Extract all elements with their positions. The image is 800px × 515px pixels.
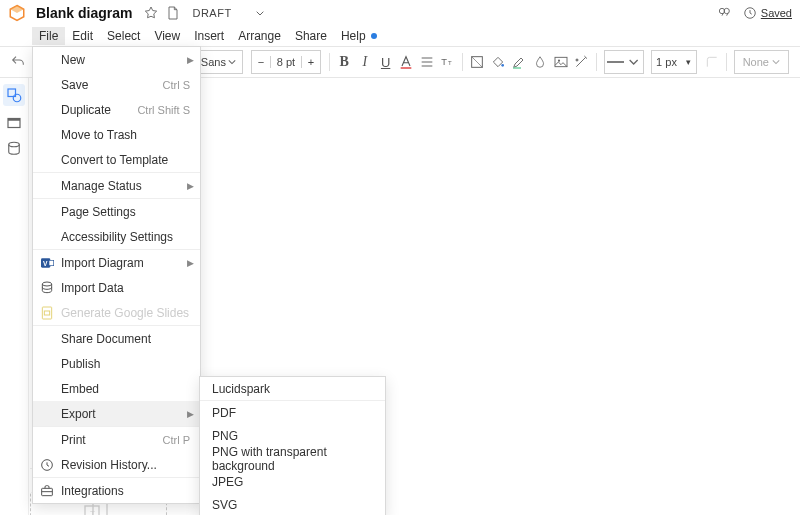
find-icon[interactable]: [716, 5, 732, 21]
file-menu-accessibility-settings[interactable]: Accessibility Settings: [33, 224, 200, 249]
saved-label: Saved: [761, 7, 792, 19]
menu-item-label: Print: [61, 433, 163, 447]
menu-file[interactable]: File: [32, 27, 65, 45]
file-menu-convert-to-template[interactable]: Convert to Template: [33, 147, 200, 172]
divider: [726, 53, 727, 71]
file-menu-duplicate[interactable]: DuplicateCtrl Shift S: [33, 97, 200, 122]
menu-item-label: Import Data: [61, 281, 190, 295]
menu-item-label: Publish: [61, 357, 190, 371]
svg-rect-5: [401, 67, 412, 68]
submenu-arrow-icon: ▶: [187, 55, 194, 65]
menu-item-label: Embed: [61, 382, 190, 396]
submenu-arrow-icon: ▶: [187, 409, 194, 419]
menu-item-label: Save: [61, 78, 163, 92]
font-size-value[interactable]: 8 pt: [270, 56, 302, 68]
menu-select[interactable]: Select: [100, 27, 147, 45]
shapes-panel-icon[interactable]: [3, 84, 25, 106]
file-menu-publish[interactable]: Publish: [33, 351, 200, 376]
menu-item-label: Import Diagram: [61, 256, 190, 270]
svg-rect-17: [8, 119, 20, 121]
file-menu-export[interactable]: Export▶: [33, 401, 200, 426]
align-icon[interactable]: [417, 50, 438, 74]
svg-text:T: T: [90, 509, 95, 515]
export-pdf[interactable]: PDF: [200, 401, 385, 424]
svg-rect-21: [49, 260, 54, 265]
visio-icon: V: [39, 255, 55, 271]
increase-size-button[interactable]: +: [302, 56, 320, 68]
corner-icon[interactable]: [701, 50, 722, 74]
file-menu-new[interactable]: New▶: [33, 47, 200, 72]
line-style-select[interactable]: [604, 50, 645, 74]
menu-arrange[interactable]: Arrange: [231, 27, 288, 45]
briefcase-icon: [39, 483, 55, 499]
svg-text:T: T: [441, 57, 447, 67]
file-menu-print[interactable]: PrintCtrl P: [33, 426, 200, 452]
line-weight-value[interactable]: 1 px: [652, 56, 681, 68]
underline-icon[interactable]: U: [375, 50, 396, 74]
clock-icon: [39, 457, 55, 473]
saved-status[interactable]: Saved: [743, 6, 792, 20]
highlight-icon[interactable]: [509, 50, 530, 74]
bucket-icon[interactable]: [488, 50, 509, 74]
menu-view[interactable]: View: [147, 27, 187, 45]
slides-icon: [39, 305, 55, 321]
arrow-style-select[interactable]: None: [734, 50, 789, 74]
file-menu-import-data[interactable]: Import Data: [33, 275, 200, 300]
decrease-size-button[interactable]: −: [252, 56, 270, 68]
document-icon[interactable]: [165, 5, 181, 21]
menu-item-label: Move to Trash: [61, 128, 190, 142]
shortcut-label: Ctrl S: [163, 79, 191, 91]
undo-icon[interactable]: [8, 50, 29, 74]
star-icon[interactable]: [143, 5, 159, 21]
divider: [462, 53, 463, 71]
file-menu-import-diagram[interactable]: VImport Diagram▶: [33, 249, 200, 275]
font-size-stepper[interactable]: − 8 pt +: [251, 50, 321, 74]
drop-icon[interactable]: [529, 50, 550, 74]
chevron-down-icon: [228, 58, 236, 66]
export-svg[interactable]: SVG: [200, 493, 385, 515]
svg-point-15: [13, 94, 21, 102]
export-png-with-transparent-background[interactable]: PNG with transparent background: [200, 447, 385, 470]
menu-help[interactable]: Help: [334, 27, 373, 45]
fill-icon[interactable]: [467, 50, 488, 74]
file-menu-share-document[interactable]: Share Document: [33, 325, 200, 351]
draft-badge[interactable]: DRAFT: [192, 7, 231, 19]
chevron-down-icon[interactable]: [252, 5, 268, 21]
svg-text:V: V: [43, 259, 48, 266]
arrow-style-label: None: [743, 56, 769, 68]
left-rail: [0, 78, 29, 515]
menu-item-label: Export: [61, 407, 190, 421]
file-menu-integrations[interactable]: Integrations: [33, 477, 200, 503]
container-icon[interactable]: [5, 114, 23, 132]
file-menu-move-to-trash[interactable]: Move to Trash: [33, 122, 200, 147]
file-menu-manage-status[interactable]: Manage Status▶: [33, 172, 200, 198]
export-lucidspark[interactable]: Lucidspark: [200, 377, 385, 401]
data-icon[interactable]: [5, 140, 23, 158]
file-menu-save[interactable]: SaveCtrl S: [33, 72, 200, 97]
file-menu-embed[interactable]: Embed: [33, 376, 200, 401]
image-icon[interactable]: [550, 50, 571, 74]
file-menu-dropdown: New▶SaveCtrl SDuplicateCtrl Shift SMove …: [32, 46, 201, 504]
line-weight-stepper[interactable]: 1 px▾: [651, 50, 697, 74]
menu-share[interactable]: Share: [288, 27, 334, 45]
menubar: File Edit Select View Insert Arrange Sha…: [0, 26, 800, 46]
italic-icon[interactable]: I: [354, 50, 375, 74]
shortcut-label: Ctrl P: [163, 434, 191, 446]
text-size-icon[interactable]: TT: [438, 50, 459, 74]
bold-icon[interactable]: B: [334, 50, 355, 74]
export-submenu: LucidsparkPDFPNGPNG with transparent bac…: [199, 376, 386, 515]
document-title[interactable]: Blank diagram: [36, 5, 132, 21]
export-jpeg[interactable]: JPEG: [200, 470, 385, 493]
notification-dot-icon: [371, 33, 377, 39]
app-logo-icon: [8, 4, 26, 22]
divider: [596, 53, 597, 71]
menu-item-label: Duplicate: [61, 103, 137, 117]
menu-edit[interactable]: Edit: [65, 27, 100, 45]
menu-insert[interactable]: Insert: [187, 27, 231, 45]
file-menu-page-settings[interactable]: Page Settings: [33, 198, 200, 224]
menu-item-label: Integrations: [61, 484, 190, 498]
magic-icon[interactable]: [571, 50, 592, 74]
submenu-arrow-icon: ▶: [187, 258, 194, 268]
text-color-icon[interactable]: [396, 50, 417, 74]
file-menu-revision-history-[interactable]: Revision History...: [33, 452, 200, 477]
